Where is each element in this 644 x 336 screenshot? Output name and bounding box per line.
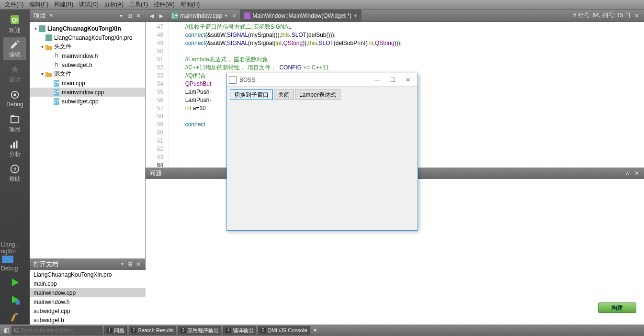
open-doc-item[interactable]: subwidget.h <box>30 315 146 325</box>
svg-text:h: h <box>55 53 58 59</box>
tree-root[interactable]: ▾LiangChuanagKouTongXin <box>30 24 145 33</box>
close-tab-icon[interactable]: × <box>232 12 236 20</box>
menu-debug[interactable]: 调试(D) <box>76 0 102 10</box>
tree-source-file[interactable]: c+main.cpp <box>30 78 145 88</box>
build-progress-button[interactable]: 构建 <box>598 302 636 313</box>
menu-edit[interactable]: 编辑(E) <box>26 0 51 10</box>
open-doc-item[interactable]: mainwindow.cpp <box>30 288 146 297</box>
project-tree: ▾LiangChuanagKouTongXin LiangChuanagKouT… <box>30 22 145 258</box>
svg-point-3 <box>13 93 16 96</box>
mode-analyze[interactable]: 分析 <box>3 137 26 160</box>
switch-subwindow-button[interactable]: 切换到子窗口 <box>230 90 273 100</box>
svg-rect-11 <box>2 256 13 263</box>
menu-help[interactable]: 帮助(H) <box>178 0 203 10</box>
window-icon <box>229 76 237 84</box>
mode-edit[interactable]: 编辑 <box>3 37 26 60</box>
menu-tools[interactable]: 工具(T) <box>126 0 151 10</box>
svg-text:?: ? <box>13 166 17 172</box>
output-tab[interactable]: 5QML/JS Console <box>258 326 310 335</box>
output-tab[interactable]: 4编译输出 <box>223 326 256 335</box>
status-bar: ◧ 1问题2Search Results3应用程序输出4编译输出5QML/JS … <box>0 325 644 336</box>
search-icon <box>14 327 19 333</box>
tree-headers-folder[interactable]: ▾头文件 <box>30 42 145 51</box>
mode-debug[interactable]: Debug <box>3 87 26 110</box>
close-panel-icon[interactable]: ✕ <box>135 12 142 19</box>
menu-widgets[interactable]: 控件(W) <box>151 0 177 10</box>
close-button[interactable]: 关闭 <box>274 90 294 100</box>
nav-back-icon[interactable]: ◄ <box>147 11 156 20</box>
split-icon[interactable]: ⊞ <box>126 261 133 268</box>
nav-fwd-icon[interactable]: ► <box>157 11 166 20</box>
svg-point-12 <box>15 300 20 305</box>
svg-rect-4 <box>11 116 19 123</box>
svg-rect-17 <box>39 25 45 32</box>
svg-text:c+: c+ <box>54 98 59 104</box>
mode-welcome[interactable]: Qt 欢迎 <box>3 12 26 35</box>
function-icon <box>244 12 250 19</box>
menu-file[interactable]: 文件(F) <box>2 0 26 10</box>
locator-input[interactable] <box>21 327 100 333</box>
lambda-expr-button[interactable]: Lamber表达式 <box>295 90 340 100</box>
minimize-icon[interactable]: ∧ <box>624 170 631 177</box>
mode-help[interactable]: ? 帮助 <box>3 162 26 185</box>
svg-rect-18 <box>45 34 52 41</box>
close-panel-icon[interactable]: ✕ <box>135 261 142 268</box>
maximize-window-icon[interactable]: ☐ <box>385 75 400 85</box>
open-doc-item[interactable]: mainwindow.h <box>30 297 146 306</box>
output-tab[interactable]: 2Search Results <box>129 326 176 335</box>
svg-text:c+: c+ <box>171 12 178 19</box>
app-window-boss: BOSS — ☐ ✕ 切换到子窗口 关闭 Lamber表达式 <box>226 73 418 231</box>
tree-pro-file[interactable]: LiangChuanagKouTongXin.pro <box>30 33 145 42</box>
file-tab[interactable]: c+ mainwindow.cpp ▼ × <box>168 10 240 22</box>
svg-rect-13 <box>15 313 18 315</box>
mode-sidebar: Qt 欢迎 编辑 设计 Debug 项目 分析 ? 帮助 Liang…n <box>0 10 30 325</box>
tree-header-file[interactable]: hmainwindow.h <box>30 51 145 60</box>
output-tab[interactable]: 1问题 <box>104 326 127 335</box>
close-window-icon[interactable]: ✕ <box>400 75 416 85</box>
mode-project[interactable]: 项目 <box>3 112 26 135</box>
popup-titlebar[interactable]: BOSS — ☐ ✕ <box>227 73 418 87</box>
svg-rect-5 <box>11 115 14 117</box>
svg-rect-7 <box>13 142 15 148</box>
output-tab[interactable]: 3应用程序输出 <box>178 326 222 335</box>
build-button-icon[interactable] <box>7 309 23 325</box>
svg-rect-6 <box>11 145 12 148</box>
svg-line-30 <box>18 331 19 333</box>
sidebar-toggle-icon[interactable]: ◧ <box>3 327 10 334</box>
close-problems-icon[interactable]: ✕ <box>633 170 640 177</box>
svg-rect-8 <box>16 140 18 148</box>
svg-text:Qt: Qt <box>11 17 18 23</box>
tree-source-file[interactable]: c+mainwindow.cpp <box>30 88 145 97</box>
filter-icon[interactable]: ▾ <box>118 12 124 19</box>
kit-selector[interactable]: Liang…ngXin Debug <box>0 240 30 273</box>
minimize-window-icon[interactable]: — <box>370 75 385 85</box>
svg-text:c+: c+ <box>54 89 59 95</box>
menu-analyze[interactable]: 分析(A) <box>102 0 126 10</box>
menu-build[interactable]: 构建(B) <box>51 0 76 10</box>
editor-toolbar: ◄ ► c+ mainwindow.cpp ▼ × MainWindow::Ma… <box>146 10 644 22</box>
tree-source-file[interactable]: c+subwidget.cpp <box>30 97 145 106</box>
locator[interactable] <box>11 326 102 335</box>
open-doc-item[interactable]: main.cpp <box>30 279 146 288</box>
menu-bar: 文件(F) 编辑(E) 构建(B) 调试(D) 分析(A) 工具(T) 控件(W… <box>0 0 644 10</box>
output-menu-icon[interactable]: ▾ <box>312 327 318 334</box>
open-doc-item[interactable]: subwidget.cpp <box>30 306 146 315</box>
mode-design[interactable]: 设计 <box>3 62 26 85</box>
open-doc-item[interactable]: LiangChuanagKouTongXin.pro <box>30 270 146 279</box>
close-editor-icon[interactable]: ✕ <box>633 12 640 19</box>
svg-text:h: h <box>55 62 58 68</box>
run-button[interactable] <box>7 275 23 290</box>
tree-header-file[interactable]: hsubwidget.h <box>30 60 145 69</box>
symbol-crumb[interactable]: MainWindow::MainWindow(QWidget *) ▼ <box>240 10 362 22</box>
svg-text:c+: c+ <box>54 80 59 86</box>
cpp-file-icon: c+ <box>171 12 178 19</box>
svg-point-29 <box>14 328 18 332</box>
split-icon[interactable]: ⊞ <box>126 12 133 19</box>
svg-rect-16 <box>244 12 250 19</box>
run-debug-button[interactable] <box>7 292 23 307</box>
cursor-position: # 行号: 64, 列号: 15 日 <box>573 11 631 20</box>
tree-sources-folder[interactable]: ▾源文件 <box>30 69 145 78</box>
project-panel-header: 项目 ▼ ▾ ⊞ ✕ <box>30 10 146 22</box>
open-documents-panel: 打开文档 ▼ ⊞ ✕ LiangChuanagKouTongXin.promai… <box>30 258 146 325</box>
